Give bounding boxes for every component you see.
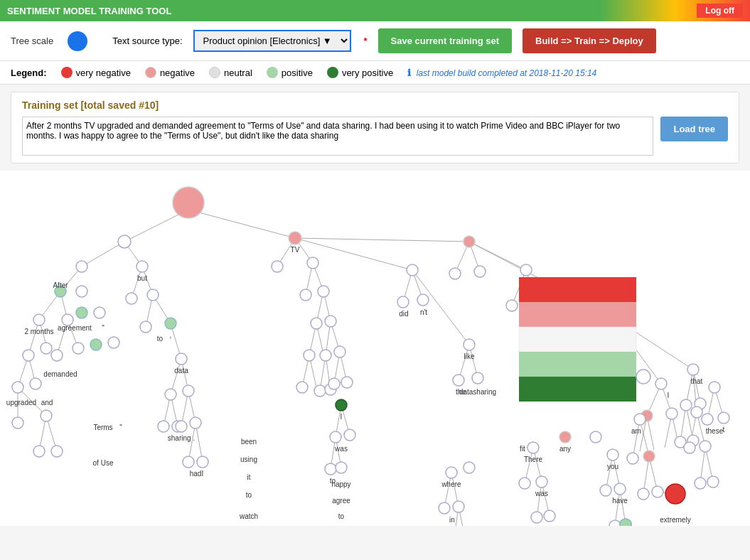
svg-rect-262 [519, 352, 636, 377]
legend-negative: negative [145, 67, 195, 78]
svg-point-147 [680, 399, 692, 411]
svg-point-177 [344, 429, 355, 441]
svg-point-138 [108, 337, 119, 348]
svg-point-120 [33, 314, 45, 325]
svg-text:": " [102, 324, 105, 332]
svg-point-122 [76, 307, 87, 318]
svg-rect-263 [519, 377, 636, 402]
svg-text:extremely: extremely [660, 516, 690, 524]
build-train-deploy-button[interactable]: Build => Train => Deploy [523, 28, 656, 53]
tree-visualization: After 2 months but , agreement demanded … [0, 171, 750, 526]
svg-point-112 [300, 289, 311, 301]
very-positive-label: very positive [342, 68, 393, 78]
svg-line-2 [82, 242, 124, 266]
svg-text:to: to [157, 335, 164, 343]
positive-dot [267, 67, 278, 78]
svg-point-102 [76, 261, 87, 272]
svg-point-123 [94, 307, 105, 318]
svg-point-158 [328, 378, 340, 389]
svg-point-192 [183, 456, 194, 468]
svg-point-127 [325, 316, 336, 327]
svg-point-115 [417, 294, 429, 306]
svg-point-174 [176, 421, 187, 432]
svg-point-156 [314, 385, 326, 397]
svg-point-103 [136, 261, 148, 272]
svg-point-106 [407, 264, 418, 276]
svg-text:was: was [334, 445, 348, 453]
svg-point-135 [51, 350, 63, 361]
svg-text:sharing .: sharing . [168, 434, 195, 442]
text-source-label: Text source type: [112, 36, 182, 46]
svg-point-168 [607, 449, 618, 461]
svg-point-107 [464, 236, 475, 247]
negative-label: negative [160, 68, 195, 78]
svg-text:t: t [723, 426, 725, 434]
svg-text:have: have [612, 497, 628, 505]
svg-text:it: it [247, 473, 251, 481]
svg-point-129 [506, 300, 518, 311]
svg-point-159 [341, 377, 353, 388]
svg-point-264 [636, 370, 650, 384]
svg-text:agreement: agreement [58, 324, 92, 332]
svg-point-198 [531, 512, 542, 523]
svg-text:annoyed: annoyed [670, 525, 697, 526]
svg-text:had: had [190, 470, 202, 478]
svg-rect-260 [519, 302, 636, 327]
svg-point-187 [707, 476, 719, 488]
svg-point-170 [12, 417, 23, 429]
svg-rect-261 [519, 327, 636, 352]
svg-point-169 [590, 431, 601, 443]
load-tree-button[interactable]: Load tree [660, 117, 728, 141]
training-panel: Training set [total saved #10] Load tree [11, 92, 739, 163]
svg-text:in: in [449, 516, 455, 524]
very-negative-label: very negative [76, 68, 131, 78]
svg-point-144 [472, 372, 483, 384]
svg-point-105 [307, 257, 318, 269]
save-button[interactable]: Save current training set [378, 28, 512, 53]
svg-text:but: but [137, 274, 147, 282]
svg-point-110 [126, 293, 137, 304]
svg-point-175 [190, 417, 201, 429]
svg-point-124 [140, 321, 151, 333]
svg-text:any: any [559, 445, 571, 453]
svg-rect-259 [519, 277, 636, 302]
legend-label: Legend: [11, 68, 47, 78]
svg-point-99 [173, 187, 204, 218]
training-textarea[interactable] [22, 117, 653, 156]
svg-text:to: to [338, 512, 345, 520]
very-positive-dot [327, 67, 338, 78]
svg-text:2 months: 2 months [24, 328, 53, 335]
svg-point-191 [51, 446, 63, 457]
svg-point-153 [165, 389, 176, 400]
svg-point-100 [118, 235, 131, 248]
legend-bar: Legend: very negative negative neutral p… [0, 61, 750, 85]
svg-text:Terms: Terms [93, 424, 112, 431]
tree-scale-label: Tree scale [11, 36, 53, 46]
logoff-button[interactable]: Log off [697, 4, 743, 18]
svg-point-125 [165, 318, 176, 329]
svg-point-189 [718, 412, 729, 424]
svg-point-197 [453, 501, 464, 512]
svg-point-172 [158, 421, 169, 432]
info-icon: ℹ [407, 68, 411, 78]
svg-point-183 [614, 483, 626, 495]
svg-point-139 [176, 353, 187, 365]
svg-point-184 [627, 453, 638, 464]
legend-neutral: neutral [209, 67, 252, 78]
svg-point-164 [684, 442, 695, 453]
svg-text:no: no [532, 525, 541, 526]
svg-text:been: been [241, 438, 257, 446]
svg-text:that: that [691, 377, 703, 385]
text-source-select[interactable]: Product opinion [Electronics] ▼ Movie re… [193, 30, 351, 52]
svg-text:like: like [464, 352, 474, 360]
svg-point-114 [397, 296, 409, 308]
svg-text:": " [119, 424, 122, 431]
very-negative-dot [61, 67, 73, 78]
svg-point-128 [464, 339, 475, 350]
svg-text:There: There [524, 456, 543, 463]
svg-text:n't: n't [420, 308, 427, 316]
svg-point-116 [449, 268, 461, 279]
svg-line-72 [412, 270, 469, 345]
svg-text:,: , [170, 331, 172, 339]
svg-point-186 [695, 478, 706, 489]
